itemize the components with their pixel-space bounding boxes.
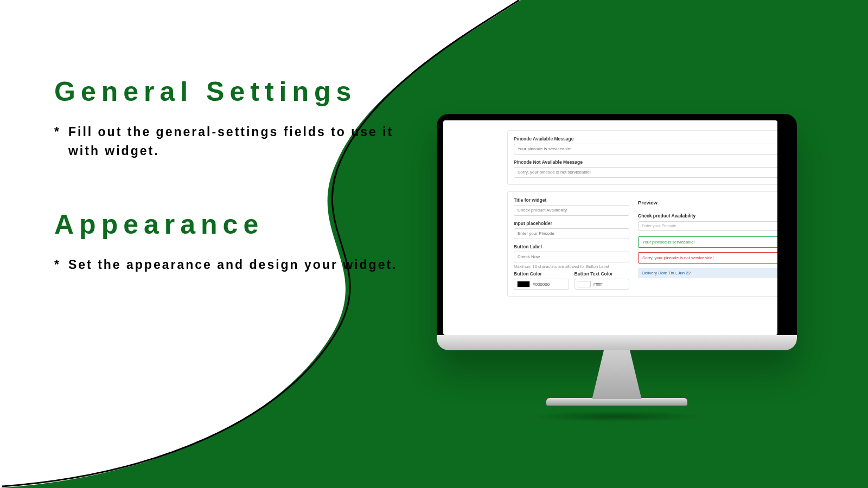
heading-appearance: Appearance <box>54 209 401 240</box>
button-text-color-input[interactable]: #ffffff <box>575 279 630 290</box>
monitor-shadow <box>530 411 704 422</box>
field-label: Pincode Not Available Message <box>514 159 777 165</box>
color-swatch-icon <box>517 281 530 287</box>
preview-pincode-input[interactable]: Enter your Pincode <box>638 221 777 231</box>
messages-card: Pincode Available Message Your pincode i… <box>507 130 777 185</box>
monitor-chin <box>437 335 797 350</box>
preview-heading: Preview <box>638 200 777 206</box>
sub-general-settings: * Fill out the general-settings fields t… <box>54 123 401 160</box>
field-label: Button Text Color <box>575 271 630 277</box>
monitor-stand <box>584 350 649 399</box>
pincode-not-available-input[interactable]: Sorry, your pincode is not serviceable! <box>514 167 777 178</box>
monitor-base <box>546 398 687 406</box>
widget-title-input[interactable]: Check product Availability <box>514 205 629 216</box>
field-label: Button Color <box>514 271 569 277</box>
bullet-icon: * <box>54 123 61 160</box>
field-label: Input placeholder <box>514 221 629 226</box>
field-label: Pincode Available Message <box>514 136 777 142</box>
field-label: Button Label <box>514 244 629 249</box>
preview-error-msg: Sorry, your pincode is not serviceable! <box>638 252 777 264</box>
marketing-copy: General Settings * Fill out the general-… <box>54 76 401 323</box>
appearance-card: Title for widget Check product Availabil… <box>507 191 777 297</box>
monitor-mockup: Pincode Available Message Your pincode i… <box>437 114 797 422</box>
preview-success-msg: Your pincode is serviceable! <box>638 236 777 248</box>
color-swatch-icon <box>578 281 591 287</box>
button-label-input[interactable]: Check Now <box>514 252 629 262</box>
pincode-available-input[interactable]: Your pincode is serviceable! <box>514 144 777 155</box>
settings-panel: Pincode Available Message Your pincode i… <box>507 130 777 297</box>
preview-info-msg: Delivery Date Thu, Jun 22 <box>638 268 777 278</box>
button-label-hint: Maximum 10 characters are allowed for Bu… <box>514 264 629 269</box>
sub-appearance: * Set the appearance and design your wid… <box>54 255 401 274</box>
field-label: Title for widget <box>514 197 629 203</box>
preview-title: Check product Availability <box>638 213 777 219</box>
bullet-icon: * <box>54 255 61 274</box>
heading-general-settings: General Settings <box>54 76 401 107</box>
button-color-input[interactable]: #000000 <box>514 279 569 290</box>
placeholder-input[interactable]: Enter your Pincode <box>514 228 629 239</box>
